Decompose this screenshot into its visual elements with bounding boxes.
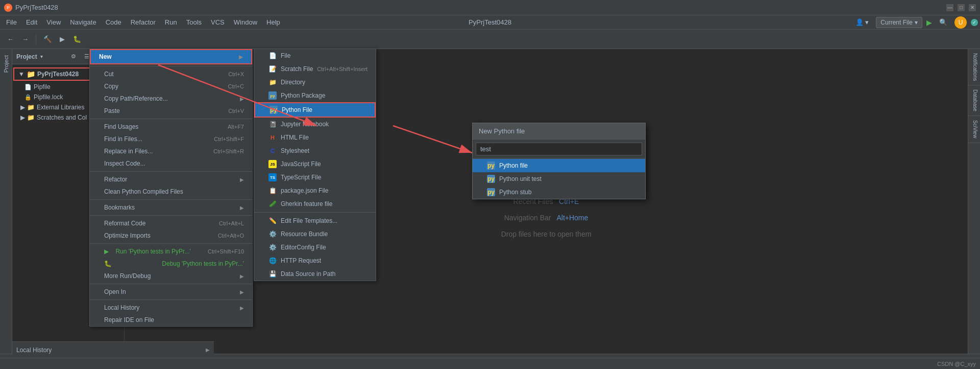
ctx-sep-2 [90, 119, 252, 119]
context-menu-local-history[interactable]: Local History ▶ [90, 302, 252, 314]
menu-vcs[interactable]: VCS [207, 16, 229, 28]
context-menu-find-files[interactable]: Find in Files... Ctrl+Shift+F [90, 133, 252, 145]
menu-refactor[interactable]: Refactor [127, 16, 160, 28]
python-file-icon: py [270, 106, 278, 114]
reformat-shortcut: Ctrl+Alt+L [219, 220, 244, 226]
context-menu-copy[interactable]: Copy Ctrl+C [90, 80, 252, 93]
repair-label: Repair IDE on File [104, 316, 154, 324]
new-submenu-editorconfig[interactable]: ⚙️ EditorConfig File [254, 241, 376, 254]
run-config-button[interactable]: ▶ [57, 34, 68, 44]
css-icon: C [268, 147, 277, 155]
new-submenu-python-file[interactable]: py Python File [254, 102, 376, 118]
back-button[interactable]: ← [4, 34, 17, 44]
context-menu-run[interactable]: ▶ Run 'Python tests in PyPr...' Ctrl+Shi… [90, 245, 252, 258]
debug-button[interactable]: 🐛 [70, 34, 84, 44]
new-submenu-ts[interactable]: TS TypeScript File [254, 171, 376, 184]
project-sidebar-tab[interactable]: Project [1, 51, 11, 77]
menu-navigate[interactable]: Navigate [66, 16, 100, 28]
context-menu-find-usages[interactable]: Find Usages Alt+F7 [90, 121, 252, 133]
notifications-tab[interactable]: Notifications [968, 49, 980, 85]
menu-view[interactable]: View [42, 16, 65, 28]
pipfile-lock-icon: 🔒 [24, 94, 32, 101]
maximize-button[interactable]: □ [958, 4, 965, 11]
new-submenu-python-file-label: Python File [282, 106, 312, 113]
dialog-python-unit-test-option[interactable]: py Python unit test [473, 172, 645, 186]
context-menu-refactor[interactable]: Refactor ▶ [90, 173, 252, 186]
find-usages-label: Find Usages [104, 123, 138, 130]
new-submenu-resource-bundle[interactable]: ⚙️ Resource Bundle [254, 227, 376, 241]
navbar-hint-key: Alt+Home [556, 214, 588, 222]
copy-path-label: Copy Path/Reference... [104, 95, 168, 102]
context-menu-new[interactable]: New ▶ [90, 49, 252, 64]
build-button[interactable]: 🔨 [40, 34, 55, 44]
menu-code[interactable]: Code [102, 16, 126, 28]
menu-edit[interactable]: Edit [22, 16, 41, 28]
new-submenu-python-package-label: Python Package [281, 92, 325, 99]
context-menu-repair[interactable]: Repair IDE on File [90, 314, 252, 326]
reformat-label: Reformat Code [104, 220, 145, 227]
context-menu-clean[interactable]: Clean Python Compiled Files [90, 186, 252, 198]
new-submenu-html[interactable]: H HTML File [254, 131, 376, 144]
new-submenu-resource-bundle-label: Resource Bundle [281, 230, 328, 238]
context-menu-cut[interactable]: Cut Ctrl+X [90, 68, 252, 80]
close-button[interactable]: ✕ [969, 4, 976, 11]
search-everywhere-button[interactable]: 🔍 [936, 17, 950, 28]
new-submenu-package-json-label: package.json File [281, 187, 328, 194]
minimize-button[interactable]: — [946, 4, 953, 11]
scratches-arrow: ▶ [20, 114, 25, 121]
new-submenu-gherkin[interactable]: 🥒 Gherkin feature file [254, 197, 376, 211]
current-file-dropdown[interactable]: Current File ▾ [876, 17, 922, 28]
context-menu-bookmarks[interactable]: Bookmarks ▶ [90, 201, 252, 214]
local-history-label: Local History [16, 347, 52, 354]
more-run-arrow: ▶ [240, 273, 244, 279]
context-menu-optimize[interactable]: Optimize Imports Ctrl+Alt+O [90, 229, 252, 242]
menu-tools[interactable]: Tools [182, 16, 206, 28]
context-menu-more-run[interactable]: More Run/Debug ▶ [90, 270, 252, 282]
editorconfig-icon: ⚙️ [268, 243, 277, 251]
dialog-title: New Python file [479, 127, 525, 135]
profile-button[interactable]: 👤 ▾ [852, 17, 872, 28]
dialog-python-file-option[interactable]: py Python file [473, 159, 645, 172]
new-submenu-file[interactable]: 📄 File [254, 49, 376, 62]
forward-button[interactable]: → [19, 34, 32, 44]
new-submenu-python-package[interactable]: py Python Package [254, 89, 376, 102]
pipfile-lock-label: Pipfile.lock [34, 94, 63, 101]
sciview-tab[interactable]: SciView [968, 116, 980, 143]
dialog-python-stub-option[interactable]: py Python stub [473, 186, 645, 199]
ctx-sep-7 [90, 284, 252, 284]
context-menu-reformat[interactable]: Reformat Code Ctrl+Alt+L [90, 217, 252, 229]
new-submenu-jupyter[interactable]: 📓 Jupyter Notebook [254, 118, 376, 131]
new-submenu-js[interactable]: JS JavaScript File [254, 157, 376, 171]
new-submenu-css[interactable]: C Stylesheet [254, 144, 376, 157]
run-button[interactable]: ▶ [926, 18, 932, 27]
new-filename-input[interactable] [476, 143, 642, 155]
menu-run[interactable]: Run [161, 16, 181, 28]
status-bar: CSDN @C_xyy [0, 358, 980, 369]
context-menu-paste[interactable]: Paste Ctrl+V [90, 105, 252, 117]
context-menu-inspect[interactable]: Inspect Code... [90, 157, 252, 170]
menu-help[interactable]: Help [262, 16, 284, 28]
database-tab[interactable]: Database [968, 85, 980, 116]
new-submenu-scratch[interactable]: 📝 Scratch File Ctrl+Alt+Shift+Insert [254, 62, 376, 76]
new-submenu-editorconfig-label: EditorConfig File [281, 244, 326, 251]
project-settings-btn[interactable]: ⚙ [68, 52, 79, 61]
context-menu-debug[interactable]: 🐛 Debug 'Python tests in PyPr...' [90, 258, 252, 270]
run-label: Run 'Python tests in PyPr...' [115, 248, 190, 255]
update-indicator: ✓ [971, 19, 978, 26]
replace-label: Replace in Files... [104, 148, 153, 155]
user-avatar[interactable]: U [954, 16, 967, 29]
new-submenu-directory[interactable]: 📁 Directory [254, 76, 376, 89]
new-submenu-http-request[interactable]: 🌐 HTTP Request [254, 254, 376, 267]
refactor-arrow: ▶ [240, 177, 244, 182]
dropdown-arrow: ▾ [915, 19, 918, 26]
dialog-header: New Python file [473, 123, 645, 140]
context-menu-copy-path[interactable]: Copy Path/Reference... ▶ [90, 93, 252, 105]
context-menu-open-in[interactable]: Open In ▶ [90, 286, 252, 298]
context-menu-replace[interactable]: Replace in Files... Ctrl+Shift+R [90, 145, 252, 157]
new-submenu-package-json[interactable]: 📋 package.json File [254, 184, 376, 197]
menu-window[interactable]: Window [230, 16, 261, 28]
menu-file[interactable]: File [2, 16, 21, 28]
new-submenu-edit-templates[interactable]: ✏️ Edit File Templates... [254, 214, 376, 227]
new-submenu-data-source[interactable]: 💾 Data Source in Path [254, 267, 376, 281]
dialog-python-stub-label: Python stub [499, 189, 531, 196]
